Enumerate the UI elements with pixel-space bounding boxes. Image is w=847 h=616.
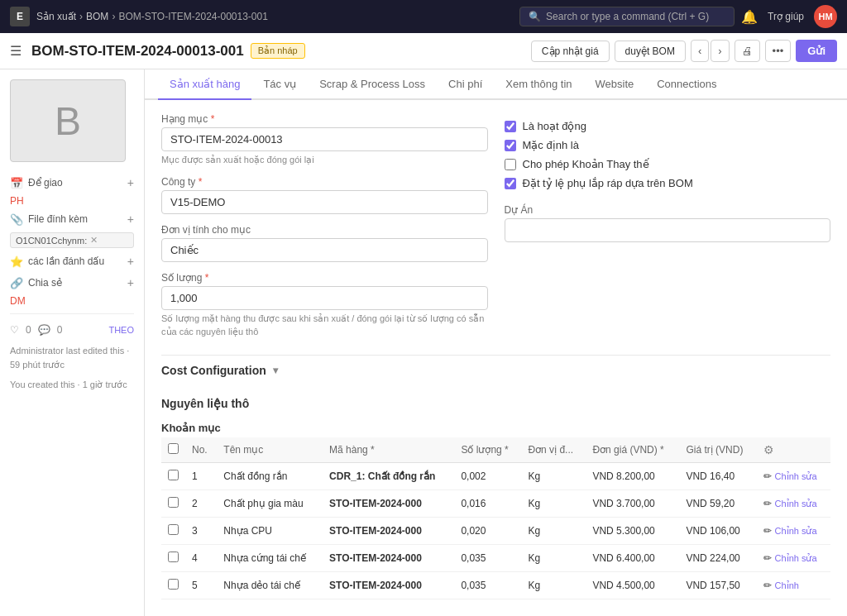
edit-link[interactable]: Chỉnh sửa	[775, 553, 817, 563]
search-bar[interactable]: 🔍 Search or type a command (Ctrl + G)	[519, 7, 735, 26]
row-ma-hang: STO-ITEM-2024-000	[323, 518, 454, 545]
checkbox-mac-dinh[interactable]: Mặc định là	[505, 139, 831, 151]
edit-link[interactable]: Chỉnh sửa	[775, 499, 817, 509]
action-buttons: Cập nhật giá duyệt BOM ‹ › 🖨 ••• Gửi	[531, 40, 837, 62]
select-all-checkbox[interactable]	[168, 443, 179, 454]
row-edit[interactable]: ✏ Chỉnh sửa	[757, 463, 830, 490]
next-arrow-button[interactable]: ›	[711, 40, 729, 62]
tab-scrap[interactable]: Scrap & Process Loss	[308, 69, 437, 100]
sidebar-item-de-giao[interactable]: 📅 Để giao +	[10, 172, 134, 193]
edit-link[interactable]: Chỉnh sửa	[775, 526, 817, 536]
checkbox-la-hoat-dong[interactable]: Là hoạt động	[505, 120, 831, 132]
row-edit[interactable]: ✏ Chỉnh sửa	[757, 490, 830, 518]
checkbox-cho-phep[interactable]: Cho phép Khoản Thay thế	[505, 158, 831, 170]
tab-chi-phi[interactable]: Chi phí	[437, 69, 494, 100]
left-sidebar: B 📅 Để giao + PH 📎 File đính kèm + O1CN0…	[0, 69, 145, 616]
checkbox-mac-dinh-input[interactable]	[505, 140, 516, 151]
remove-chip-icon[interactable]: ✕	[90, 235, 98, 246]
prev-arrow-button[interactable]: ‹	[691, 40, 709, 62]
row-edit[interactable]: ✏ Chỉnh sửa	[757, 518, 830, 545]
row-checkbox[interactable]	[161, 518, 185, 545]
edit-icon: ✏	[763, 580, 772, 591]
likes-count: 0	[26, 324, 31, 336]
calendar-icon: 📅	[10, 177, 23, 189]
print-button[interactable]: 🖨	[735, 40, 760, 62]
row-select-checkbox[interactable]	[168, 552, 179, 562]
row-don-vi: Kg	[521, 572, 586, 599]
more-options-button[interactable]: •••	[765, 40, 792, 62]
add-chia-se-icon[interactable]: +	[127, 276, 134, 289]
tab-tac-vu[interactable]: Tác vụ	[251, 69, 308, 100]
avatar[interactable]: HM	[814, 5, 837, 28]
update-price-button[interactable]: Cập nhật giá	[531, 41, 610, 62]
sidebar-label-de-giao: Để giao	[28, 177, 122, 189]
table-settings-icon[interactable]: ⚙	[763, 443, 774, 456]
checkbox-cho-phep-input[interactable]	[505, 159, 516, 170]
sidebar-item-dm[interactable]: DM	[10, 294, 134, 308]
send-button[interactable]: Gửi	[796, 40, 837, 62]
row-select-checkbox[interactable]	[168, 470, 179, 480]
tab-san-xuat[interactable]: Sản xuất hàng	[158, 69, 251, 100]
so-luong-input[interactable]	[161, 286, 488, 310]
row-don-gia: VND 4.500,00	[586, 572, 679, 599]
row-checkbox[interactable]	[161, 463, 185, 490]
sidebar-item-chia-se[interactable]: 🔗 Chia sẻ +	[10, 272, 134, 294]
checkbox-la-hoat-dong-input[interactable]	[505, 121, 516, 132]
row-so-luong: 0,002	[454, 463, 521, 490]
don-vi-tinh-label: Đơn vị tính cho mục	[161, 224, 488, 236]
row-ten-muc: Chất phụ gia màu	[217, 490, 323, 518]
row-checkbox[interactable]	[161, 572, 185, 599]
col-actions: ⚙	[757, 437, 830, 463]
form-area: Hạng mục * Mục được sản xuất hoặc đóng g…	[145, 100, 847, 616]
edit-link[interactable]: Chỉnh sửa	[775, 471, 817, 481]
sidebar-item-ph[interactable]: PH	[10, 193, 134, 208]
du-an-field: Dự Án	[505, 204, 831, 242]
sidebar-item-danh-dau[interactable]: ⭐ các lần đánh dấu +	[10, 251, 134, 272]
edit-link[interactable]: Chỉnh	[775, 580, 799, 590]
attachment-chip[interactable]: O1CN01Cchynm: ✕	[10, 232, 134, 248]
col-checkbox	[161, 437, 185, 463]
hang-muc-field: Hạng mục * Mục được sản xuất hoặc đóng g…	[161, 113, 488, 166]
cong-ty-field: Công ty *	[161, 176, 488, 214]
row-select-checkbox[interactable]	[168, 579, 179, 590]
row-checkbox[interactable]	[161, 545, 185, 572]
tab-connections[interactable]: Connections	[645, 69, 728, 100]
tab-xem-thong-tin[interactable]: Xem thông tin	[494, 69, 583, 100]
table-header-row: No. Tên mục Mã hàng * Số lượng * Đơn vị …	[161, 437, 830, 463]
form-row-main: Hạng mục * Mục được sản xuất hoặc đóng g…	[161, 113, 830, 348]
app-logo[interactable]: E	[10, 7, 30, 26]
help-button[interactable]: Trợ giúp	[768, 11, 804, 22]
sidebar-item-file[interactable]: 📎 File đính kèm +	[10, 208, 134, 230]
du-an-input[interactable]	[505, 218, 831, 242]
col-don-gia: Đơn giá (VND) *	[586, 437, 679, 463]
cong-ty-input[interactable]	[161, 190, 488, 214]
don-vi-tinh-input[interactable]	[161, 238, 488, 262]
checkbox-dat-ty-le-input[interactable]	[505, 178, 516, 189]
hamburger-icon[interactable]: ☰	[10, 43, 22, 59]
follow-button[interactable]: THEO	[108, 325, 134, 335]
table-row: 5 Nhựa dẻo tái chế STO-ITEM-2024-000 0,0…	[161, 572, 830, 599]
row-select-checkbox[interactable]	[168, 497, 179, 508]
checkbox-dat-ty-le[interactable]: Đặt tỷ lệ phụ lắp ráp dựa trên BOM	[505, 177, 831, 189]
row-checkbox[interactable]	[161, 490, 185, 518]
notification-bell-icon[interactable]: 🔔	[741, 9, 758, 25]
cost-config-toggle-icon[interactable]: ▾	[273, 365, 278, 376]
add-danh-dau-icon[interactable]: +	[127, 255, 134, 268]
created-info: You created this · 1 giờ trước	[10, 375, 134, 395]
row-don-gia: VND 3.700,00	[586, 490, 679, 518]
top-nav-right: 🔔 Trợ giúp HM	[741, 5, 837, 28]
add-file-icon[interactable]: +	[127, 212, 134, 226]
nguyen-lieu-tho-header: Nguyên liệu thô	[161, 389, 830, 415]
tab-website[interactable]: Website	[584, 69, 646, 100]
breadcrumb-san-xuat[interactable]: Sản xuất	[36, 11, 76, 22]
row-edit[interactable]: ✏ Chỉnh sửa	[757, 545, 830, 572]
hang-muc-input[interactable]	[161, 127, 488, 151]
row-edit[interactable]: ✏ Chỉnh	[757, 572, 830, 599]
so-luong-hint: Số lượng mặt hàng thu được sau khi sản x…	[161, 313, 488, 338]
search-placeholder: Search or type a command (Ctrl + G)	[546, 11, 709, 22]
approve-bom-button[interactable]: duyệt BOM	[615, 41, 686, 62]
top-nav: E Sản xuất › BOM › BOM-STO-ITEM-2024-000…	[0, 0, 847, 33]
add-de-giao-icon[interactable]: +	[127, 176, 134, 189]
row-select-checkbox[interactable]	[168, 524, 179, 535]
breadcrumb-bom[interactable]: BOM	[86, 11, 108, 22]
